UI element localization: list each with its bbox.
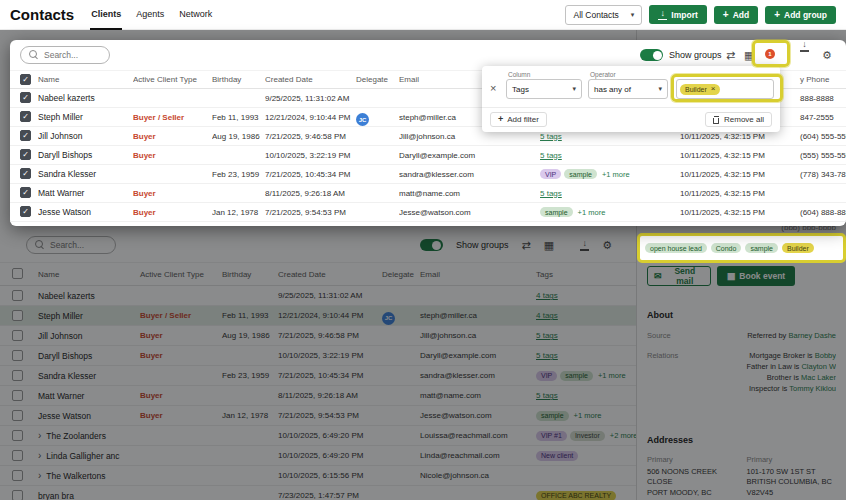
chevron-down-icon: ▾ bbox=[572, 85, 576, 93]
tags-cell: 5 tags bbox=[540, 151, 680, 160]
email: Daryll@example.com bbox=[399, 151, 540, 160]
select-all-checkbox[interactable]: ✓ bbox=[20, 74, 31, 85]
check-icon: ✓ bbox=[21, 169, 30, 179]
column-header-birthday[interactable]: Birthday bbox=[212, 75, 265, 84]
search-box[interactable] bbox=[20, 46, 110, 64]
export-icon[interactable]: ↓ bbox=[800, 40, 809, 70]
contact-name[interactable]: Daryll Bishops bbox=[38, 150, 133, 160]
contacts-scope-select[interactable]: All Contacts ▾ bbox=[565, 5, 642, 25]
remove-chip-icon[interactable]: × bbox=[711, 85, 716, 93]
row-checkbox[interactable]: ✓ bbox=[20, 149, 31, 160]
tab-clients[interactable]: Clients bbox=[90, 0, 122, 30]
table-row[interactable]: ✓Jesse WatsonBuyerJan 12, 19787/21/2025,… bbox=[10, 203, 846, 222]
tag-chip[interactable]: sample bbox=[745, 243, 778, 253]
contact-name[interactable]: Steph Miller bbox=[38, 112, 133, 122]
topbar: Contacts Clients Agents Network All Cont… bbox=[0, 0, 846, 30]
table-row[interactable]: ✓Matt WarnerBuyer8/11/2025, 9:26:18 AMma… bbox=[10, 184, 846, 203]
row-checkbox[interactable]: ✓ bbox=[20, 187, 31, 198]
remove-all-label: Remove all bbox=[724, 115, 764, 124]
row-checkbox[interactable]: ✓ bbox=[20, 168, 31, 179]
add-group-button[interactable]: + Add group bbox=[765, 6, 836, 24]
primary-phone: (604) 555-5555 bbox=[788, 132, 846, 141]
tags-cell: VIPsample+1 more bbox=[540, 169, 680, 179]
tag-chip[interactable]: Builder× bbox=[680, 84, 720, 95]
plus-icon: + bbox=[723, 10, 729, 20]
updated-date: 10/11/2025, 4:32:15 PM bbox=[680, 132, 788, 141]
tag-chip[interactable]: Condo bbox=[711, 243, 742, 253]
import-icon: ↓ bbox=[658, 9, 667, 21]
filter-column-value: Tags bbox=[512, 85, 529, 94]
check-icon: ✓ bbox=[21, 131, 30, 141]
column-header-type[interactable]: Active Client Type bbox=[133, 75, 212, 84]
email: Jill@johnson.ca bbox=[399, 132, 540, 141]
check-icon: ✓ bbox=[21, 150, 30, 160]
search-input[interactable] bbox=[44, 50, 106, 60]
table-row[interactable]: ✓Daryll BishopsBuyer10/10/2025, 3:22:19 … bbox=[10, 146, 846, 165]
plus-icon: + bbox=[774, 10, 780, 20]
filter-operator-value: has any of bbox=[594, 85, 631, 94]
tags-cell: sample+1 more bbox=[540, 207, 680, 217]
client-type: Buyer bbox=[133, 151, 212, 160]
primary-phone: (778) 343-7877 bbox=[788, 170, 846, 179]
contact-name[interactable]: Jesse Watson bbox=[38, 207, 133, 217]
more-tags-link[interactable]: +1 more bbox=[578, 208, 606, 217]
row-checkbox[interactable]: ✓ bbox=[20, 111, 31, 122]
tab-agents[interactable]: Agents bbox=[135, 0, 165, 30]
row-checkbox[interactable]: ✓ bbox=[20, 92, 31, 103]
row-checkbox[interactable]: ✓ bbox=[20, 130, 31, 141]
filter-column-label: Column bbox=[508, 71, 530, 78]
primary-phone: 888-8888 bbox=[788, 94, 846, 103]
topbar-actions: All Contacts ▾ ↓ Import + Add + Add grou… bbox=[565, 5, 836, 25]
column-header-delegate[interactable]: Delegate bbox=[356, 75, 399, 84]
primary-phone: (555) 555-5555 bbox=[788, 151, 846, 160]
plus-icon: + bbox=[498, 115, 503, 124]
popup-divider bbox=[482, 107, 780, 108]
header-checkbox-cell: ✓ bbox=[10, 71, 38, 89]
table-row[interactable]: ✓Sandra KlesserFeb 23, 19597/21/2025, 10… bbox=[10, 165, 846, 184]
import-button[interactable]: ↓ Import bbox=[649, 5, 706, 25]
chevron-down-icon: ▾ bbox=[631, 11, 635, 19]
filter-column-select[interactable]: Tags ▾ bbox=[506, 79, 582, 99]
tag-chip: VIP bbox=[540, 169, 561, 179]
row-checkbox[interactable]: ✓ bbox=[20, 206, 31, 217]
updated-date: 10/11/2025, 4:32:15 PM bbox=[680, 170, 788, 179]
add-button[interactable]: + Add bbox=[714, 6, 758, 24]
add-button-label: Add bbox=[733, 10, 750, 20]
remove-all-button[interactable]: Remove all bbox=[705, 112, 772, 127]
tab-network[interactable]: Network bbox=[178, 0, 213, 30]
updated-date: 10/11/2025, 4:32:15 PM bbox=[680, 151, 788, 160]
created-date: 10/10/2025, 3:22:19 PM bbox=[265, 151, 356, 160]
tags-count-link[interactable]: 5 tags bbox=[540, 132, 562, 141]
tag-chip[interactable]: open house lead bbox=[645, 243, 707, 253]
delegate-avatar[interactable]: JC bbox=[356, 113, 369, 126]
filter-operator-select[interactable]: has any of ▾ bbox=[588, 79, 668, 99]
contact-name[interactable]: Sandra Klesser bbox=[38, 169, 133, 179]
highlight-contact-tags: open house leadCondosampleBuilder bbox=[637, 233, 846, 263]
contact-name[interactable]: Nabeel kazerts bbox=[38, 93, 133, 103]
client-type: Buyer bbox=[133, 132, 212, 141]
filter-value-input[interactable]: Builder× bbox=[676, 79, 774, 99]
created-date: 8/11/2025, 9:26:18 AM bbox=[265, 189, 356, 198]
column-header-created[interactable]: Created Date bbox=[265, 75, 356, 84]
contact-name[interactable]: Jill Johnson bbox=[38, 131, 133, 141]
add-filter-button[interactable]: + Add filter bbox=[490, 112, 547, 127]
trash-icon bbox=[713, 116, 720, 124]
tag-chip[interactable]: Builder bbox=[782, 243, 814, 253]
more-tags-link[interactable]: +1 more bbox=[602, 170, 630, 179]
contacts-app: Contacts Clients Agents Network All Cont… bbox=[0, 0, 846, 500]
contact-name[interactable]: Matt Warner bbox=[38, 188, 133, 198]
check-icon: ✓ bbox=[21, 188, 30, 198]
tags-count-link[interactable]: 5 tags bbox=[540, 189, 562, 198]
birthday: Aug 19, 1986 bbox=[212, 132, 265, 141]
client-type: Buyer / Seller bbox=[133, 113, 212, 122]
created-date: 7/21/2025, 9:46:58 PM bbox=[265, 132, 356, 141]
settings-icon[interactable]: ⚙ bbox=[822, 40, 832, 70]
created-date: 9/25/2025, 11:31:02 AM bbox=[265, 94, 356, 103]
tags-count-link[interactable]: 5 tags bbox=[540, 151, 562, 160]
column-header-name[interactable]: Name bbox=[38, 75, 133, 84]
check-icon: ✓ bbox=[21, 93, 30, 103]
column-header-primary-phone[interactable]: y Phone bbox=[788, 75, 846, 84]
email: matt@name.com bbox=[399, 189, 540, 198]
close-icon[interactable]: × bbox=[490, 83, 496, 94]
birthday: Feb 11, 1993 bbox=[212, 113, 265, 122]
